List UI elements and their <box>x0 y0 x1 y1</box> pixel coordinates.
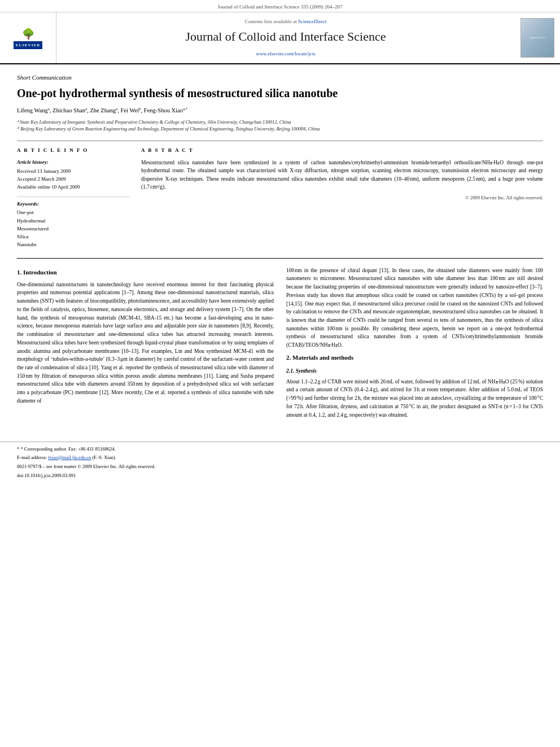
keyword-1: One-pot <box>17 209 130 216</box>
cover-text: Journal Cover <box>530 36 545 40</box>
email-link[interactable]: fxiao@mail.jlu.edu.cn <box>48 455 91 460</box>
journal-url: www.elsevier.com/locate/jcis <box>256 50 315 58</box>
journal-header: 🌳 ELSEVIER Contents lists available at S… <box>0 12 560 64</box>
keywords-section: Keywords: One-pot Hydrothermal Mesostruc… <box>17 196 130 248</box>
copyright-line: © 2009 Elsevier Inc. All rights reserved… <box>141 194 543 201</box>
elsevier-logo: 🌳 ELSEVIER <box>14 27 42 49</box>
keyword-4: Silica <box>17 233 130 241</box>
email-note: E-mail address: fxiao@mail.jlu.edu.cn (F… <box>17 454 543 461</box>
abstract-column: A B S T R A C T Mesostructured silica na… <box>141 147 543 249</box>
authors-text: Lifeng Wanga, Zhichao Shana, Zhe Zhanga,… <box>17 107 187 113</box>
body-two-col: 1. Introduction One-dimensional nanostru… <box>17 267 543 423</box>
keyword-2: Hydrothermal <box>17 217 130 225</box>
received-date: Received 13 January 2009 <box>17 168 130 175</box>
article-content: Short Communication One-pot hydrothermal… <box>0 64 560 434</box>
corresponding-author-note: * * Corresponding author. Fax: +86 431 8… <box>17 445 543 452</box>
article-history-label: Article history: <box>17 159 130 166</box>
article-info-abstract-section: A R T I C L E I N F O Article history: R… <box>17 141 543 249</box>
affiliation-a: ᵃ State Key Laboratory of Inorganic Synt… <box>17 119 543 126</box>
star-note-text: * Corresponding author. Fax: +86 431 851… <box>20 446 115 452</box>
elsevier-tree-icon: 🌳 <box>14 27 42 41</box>
email-label: E-mail address: <box>17 455 47 460</box>
intro-para-2: 100 nm in the presence of chiral dopant … <box>286 267 543 350</box>
keyword-5: Nanotube <box>17 241 130 248</box>
footer-area: * * Corresponding author. Fax: +86 431 8… <box>0 442 560 479</box>
affiliation-b: ᵇ Beijing Key Laboratory of Green Reacti… <box>17 125 543 133</box>
authors-line: Lifeng Wanga, Zhichao Shana, Zhe Zhanga,… <box>17 106 543 115</box>
email-suffix: (F.-S. Xian). <box>92 455 116 460</box>
synthesis-subsection-title: 2.1. Synthesis <box>286 367 543 375</box>
journal-cover-thumbnail: Journal Cover <box>520 18 554 58</box>
intro-section-title: 1. Introduction <box>17 268 274 277</box>
affiliations: ᵃ State Key Laboratory of Inorganic Synt… <box>17 119 543 133</box>
elsevier-name-box: ELSEVIER <box>14 41 42 49</box>
keywords-label: Keywords: <box>17 200 130 208</box>
intro-para-1: One-dimensional nanostructures in nanote… <box>17 281 274 405</box>
keyword-3: Mesostructured <box>17 225 130 233</box>
journal-url-link[interactable]: www.elsevier.com/locate/jcis <box>256 51 315 56</box>
doi-line: doi:10.1016/j.jcis.2009.03.091 <box>17 472 543 479</box>
journal-citation-bar: Journal of Colloid and Interface Science… <box>0 0 560 12</box>
elsevier-logo-area: 🌳 ELSEVIER <box>0 12 56 63</box>
accepted-date: Accepted 2 March 2009 <box>17 176 130 183</box>
sciencedirect-link[interactable]: ScienceDirect <box>298 19 326 24</box>
abstract-header: A B S T R A C T <box>141 147 543 154</box>
issn-line: 0021-9797/$ – see front matter © 2009 El… <box>17 463 543 470</box>
journal-title: Journal of Colloid and Interface Science <box>186 28 386 46</box>
article-info-column: A R T I C L E I N F O Article history: R… <box>17 147 130 249</box>
article-title: One-pot hydrothermal synthesis of mesost… <box>17 86 543 101</box>
synthesis-para-1: About 1.1–2.2 g of CTAB were mixed with … <box>286 378 543 420</box>
materials-section-title: 2. Materials and methods <box>286 353 543 362</box>
body-left-col: 1. Introduction One-dimensional nanostru… <box>17 267 274 423</box>
star-symbol: * <box>17 446 19 452</box>
abstract-text: Mesostructured silica nanotubes have bee… <box>141 159 543 191</box>
journal-title-area: Contents lists available at ScienceDirec… <box>56 12 515 63</box>
article-info-header: A R T I C L E I N F O <box>17 147 130 154</box>
sciencedirect-label: Contents lists available at ScienceDirec… <box>245 18 327 25</box>
journal-cover-area: Journal Cover <box>515 12 560 63</box>
journal-citation: Journal of Colloid and Interface Science… <box>218 4 343 10</box>
article-type-label: Short Communication <box>17 73 543 82</box>
body-right-col: 100 nm in the presence of chiral dopant … <box>286 267 543 423</box>
available-online-date: Available online 10 April 2009 <box>17 184 130 191</box>
body-separator <box>17 258 543 259</box>
